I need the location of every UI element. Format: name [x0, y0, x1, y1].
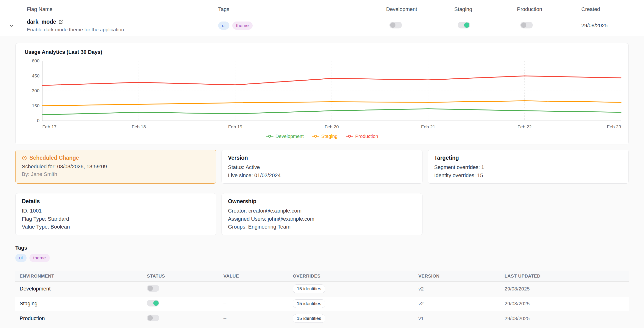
environment-version: v2	[418, 286, 504, 292]
col-header-overrides: OVERRIDES	[293, 274, 418, 279]
value-type: Value Type: Boolean	[22, 224, 210, 230]
legend-item-development[interactable]: Development	[266, 134, 304, 139]
ownership-card-title: Ownership	[228, 198, 416, 205]
usage-analytics-card: Usage Analytics (Last 30 Days) 015030045…	[15, 43, 629, 144]
flag-description: Enable dark mode theme for the applicati…	[23, 27, 214, 32]
environment-last-updated: 29/08/2025	[504, 316, 629, 321]
overrides-badge[interactable]: 15 identities	[293, 299, 325, 308]
toggle-knob	[153, 301, 158, 306]
svg-text:Feb 22: Feb 22	[518, 124, 532, 129]
table-footer: Show additional details	[15, 326, 629, 328]
legend-item-production[interactable]: Production	[346, 134, 378, 139]
svg-text:Feb 23: Feb 23	[607, 124, 621, 129]
staging-status-toggle[interactable]	[147, 300, 159, 307]
chart-title: Usage Analytics (Last 30 Days)	[25, 49, 619, 55]
tag-chip-ui: ui	[218, 21, 230, 30]
details-card-title: Details	[22, 198, 210, 205]
environment-table: ENVIRONMENT STATUS VALUE OVERRIDES VERSI…	[15, 271, 629, 328]
toggle-knob	[148, 315, 153, 321]
scheduled-change-title: Scheduled Change	[30, 155, 79, 161]
svg-text:Feb 17: Feb 17	[42, 124, 56, 129]
svg-text:600: 600	[32, 58, 40, 63]
environment-version: v2	[418, 301, 504, 307]
legend-marker-icon	[346, 135, 353, 138]
version-live-since: Live since: 01/02/2024	[228, 172, 416, 179]
scheduled-by-text: By: Jane Smith	[22, 171, 210, 177]
assigned-users: Assigned Users: john@example.com	[228, 216, 416, 222]
info-cards-grid: Scheduled Change Scheduled for: 03/03/20…	[15, 150, 629, 235]
overrides-badge[interactable]: 15 identities	[293, 314, 325, 323]
flag-name[interactable]: dark_mode	[27, 19, 56, 25]
svg-text:0: 0	[37, 118, 40, 123]
targeting-card: Targeting Segment overrides: 1 Identity …	[428, 150, 629, 184]
environment-row-development: Development – 15 identities v2 29/08/202…	[15, 282, 629, 297]
version-card-title: Version	[228, 155, 416, 161]
col-header-tags: Tags	[214, 6, 380, 12]
col-header-created: Created	[571, 6, 644, 12]
col-header-value: VALUE	[224, 274, 293, 279]
environment-value: –	[224, 301, 293, 307]
legend-marker-icon	[266, 135, 274, 138]
clock-icon	[22, 155, 27, 161]
svg-text:150: 150	[32, 103, 40, 108]
expand-chevron-icon[interactable]	[8, 22, 14, 29]
production-toggle[interactable]	[520, 22, 533, 28]
ownership-card: Ownership Creator: creator@example.com A…	[222, 193, 422, 235]
col-header-status: STATUS	[147, 274, 224, 279]
col-header-flag-name: Flag Name	[23, 6, 214, 12]
version-card: Version Status: Active Live since: 01/02…	[222, 150, 422, 184]
col-header-version: VERSION	[418, 274, 504, 279]
svg-text:Feb 20: Feb 20	[325, 124, 339, 129]
svg-text:Feb 19: Feb 19	[228, 124, 242, 129]
environment-value: –	[224, 315, 293, 322]
col-header-staging: Staging	[448, 6, 510, 12]
col-header-environment: ENVIRONMENT	[15, 274, 147, 279]
production-status-toggle[interactable]	[147, 315, 159, 321]
environment-table-header: ENVIRONMENT STATUS VALUE OVERRIDES VERSI…	[15, 271, 629, 282]
svg-text:450: 450	[32, 73, 40, 78]
development-status-toggle[interactable]	[147, 285, 159, 292]
creator: Creator: creator@example.com	[228, 208, 416, 214]
environment-row-staging: Staging – 15 identities v2 29/08/2025	[15, 297, 629, 311]
svg-text:Feb 21: Feb 21	[421, 124, 435, 129]
legend-item-staging[interactable]: Staging	[312, 134, 338, 139]
svg-text:Feb 18: Feb 18	[132, 124, 146, 129]
flag-table: Flag Name Tags Development Staging Produ…	[0, 0, 644, 36]
scheduled-change-card: Scheduled Change Scheduled for: 03/03/20…	[15, 150, 216, 184]
segment-overrides: Segment overrides: 1	[434, 164, 622, 171]
flag-table-header: Flag Name Tags Development Staging Produ…	[0, 3, 644, 15]
flag-detail-panel: Usage Analytics (Last 30 Days) 015030045…	[0, 36, 644, 328]
environment-row-production: Production – 15 identities v1 29/08/2025	[15, 311, 629, 326]
col-header-development: Development	[380, 6, 448, 12]
scheduled-change-title-row: Scheduled Change	[22, 155, 210, 161]
col-header-last-updated: LAST UPDATED	[504, 274, 629, 279]
tag-chip-theme: theme	[30, 254, 50, 262]
created-date: 29/08/2025	[571, 22, 644, 29]
staging-toggle[interactable]	[458, 22, 470, 28]
environment-name: Development	[15, 286, 147, 292]
flag-type: Flag Type: Standard	[22, 216, 210, 222]
tag-chip-ui: ui	[15, 254, 26, 262]
identity-overrides: Identity overrides: 15	[434, 172, 622, 179]
legend-marker-icon	[312, 135, 319, 138]
environment-name: Staging	[15, 301, 147, 307]
feature-flag-page: Flag Name Tags Development Staging Produ…	[0, 0, 644, 328]
targeting-card-title: Targeting	[434, 155, 622, 161]
chart-legend: DevelopmentStagingProduction	[25, 132, 619, 140]
toggle-knob	[148, 286, 153, 291]
toggle-knob	[521, 22, 526, 28]
tag-chip-theme: theme	[232, 21, 252, 30]
overrides-badge[interactable]: 15 identities	[293, 285, 325, 293]
groups: Groups: Engineering Team	[228, 224, 416, 230]
flag-id: ID: 1001	[22, 208, 210, 214]
external-link-icon[interactable]	[58, 19, 64, 24]
development-toggle[interactable]	[390, 22, 402, 28]
environment-last-updated: 29/08/2025	[504, 301, 629, 307]
environment-last-updated: 29/08/2025	[504, 286, 629, 292]
flag-row: dark_mode Enable dark mode theme for the…	[0, 15, 644, 36]
environment-version: v1	[418, 316, 504, 321]
tags-section-title: Tags	[15, 245, 629, 251]
details-card: Details ID: 1001 Flag Type: Standard Val…	[15, 193, 216, 235]
version-status: Status: Active	[228, 164, 416, 171]
toggle-knob	[390, 22, 396, 28]
